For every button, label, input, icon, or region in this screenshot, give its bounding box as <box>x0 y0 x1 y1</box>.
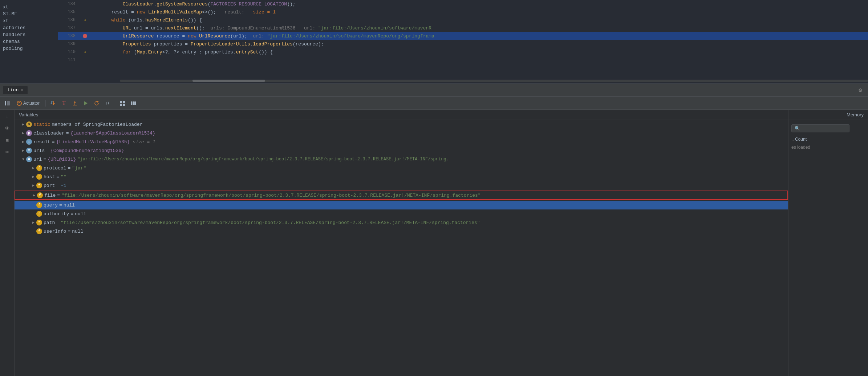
file-tree-item[interactable]: xt <box>0 4 58 11</box>
var-row-query[interactable]: f query = null <box>15 201 788 209</box>
file-tree-item[interactable]: ST.MF <box>0 11 58 17</box>
var-value: -1 <box>61 183 66 188</box>
step-out-button[interactable] <box>70 99 79 108</box>
expand-arrow[interactable]: ▶ <box>31 192 37 198</box>
expand-arrow[interactable]: ▶ <box>20 148 26 153</box>
var-row-result[interactable]: ▶ = result = {LinkedMultiValueMap@1535} … <box>15 137 788 146</box>
columns-icon <box>130 100 136 106</box>
line-number: 137 <box>61 25 76 31</box>
svg-rect-14 <box>134 101 136 105</box>
expand-arrow[interactable]: ▶ <box>31 183 36 188</box>
scrollbar-thumb[interactable] <box>192 80 265 82</box>
var-row-userinfo[interactable]: f userInfo = null <box>15 227 788 236</box>
code-content: Properties properties = PropertiesLoader… <box>89 41 865 47</box>
settings-icon[interactable]: ⚙ <box>859 87 862 94</box>
expand-arrow[interactable] <box>31 228 36 234</box>
step-into-button[interactable] <box>60 99 68 108</box>
horizontal-scrollbar[interactable] <box>120 80 868 82</box>
file-tree-item[interactable]: chemas <box>0 38 58 45</box>
var-name: classLoader <box>33 131 65 136</box>
actuator-button[interactable]: Actuator <box>14 100 42 107</box>
var-static-keyword: static <box>33 122 50 127</box>
evaluate-button[interactable]: ↓⟩ <box>103 99 112 108</box>
line-gutter: ⬦ <box>81 17 89 23</box>
variables-title: Variables <box>19 112 38 117</box>
step-into-icon <box>61 100 67 106</box>
grid-view-icon <box>119 100 125 106</box>
expand-arrow[interactable]: ▶ <box>20 139 26 145</box>
memory-search-input[interactable] <box>791 124 849 132</box>
var-row-port[interactable]: ▶ f port = -1 <box>15 181 788 190</box>
var-row-protocol[interactable]: ▶ f protocol = "jar" <box>15 164 788 172</box>
count-header: .. Count <box>788 135 868 143</box>
expand-arrow-url[interactable]: ▼ <box>20 156 26 162</box>
var-row-authority[interactable]: f authority = null <box>15 209 788 218</box>
url-icon: = <box>26 156 32 162</box>
run-to-cursor-icon <box>83 100 89 106</box>
file-tree-item[interactable]: pooling <box>0 45 58 52</box>
file-tree-item[interactable]: actories <box>0 24 58 31</box>
columns-button[interactable] <box>129 99 138 108</box>
code-line-139: 139 Properties properties = PropertiesLo… <box>58 40 868 48</box>
line-number: 141 <box>61 57 76 63</box>
query-icon: f <box>36 202 42 208</box>
toolbar-separator <box>45 100 46 107</box>
es-loaded-area: es loaded <box>788 143 868 152</box>
evaluate-icon: ↓⟩ <box>106 101 109 105</box>
debug-tab-active[interactable]: tion × <box>3 86 28 94</box>
run-to-cursor-button[interactable] <box>81 99 90 108</box>
expand-arrow[interactable] <box>31 211 36 217</box>
debug-tab-bar: tion × ⚙ <box>0 84 868 97</box>
expand-arrow[interactable]: ▶ <box>20 130 26 136</box>
var-eq: = <box>52 139 55 145</box>
count-label: Count <box>795 137 807 142</box>
code-content: UrlResource resource = new UrlResource(u… <box>89 33 865 39</box>
actuator-icon <box>17 101 22 106</box>
var-value: {CompoundEnumeration@1536} <box>50 148 124 153</box>
expand-arrow[interactable]: ▶ <box>20 121 26 127</box>
protocol-icon: f <box>36 165 42 171</box>
var-name: port <box>44 183 55 188</box>
expand-arrow[interactable]: ▶ <box>31 165 36 171</box>
expand-arrow[interactable] <box>31 202 36 208</box>
svg-rect-8 <box>120 101 122 103</box>
file-tree-item[interactable]: handlers <box>0 31 58 38</box>
port-icon: f <box>36 183 42 188</box>
reset-button[interactable] <box>92 99 101 108</box>
var-row-host[interactable]: ▶ f host = "" <box>15 172 788 181</box>
var-row-urls[interactable]: ▶ = urls = {CompoundEnumeration@1536} <box>15 146 788 155</box>
code-line-140: 140 ⬦ for (Map.Entry<?, ?> entry : prope… <box>58 48 868 56</box>
toggle-panel-button[interactable] <box>3 99 12 108</box>
close-tab-icon[interactable]: × <box>21 88 23 92</box>
line-number: 135 <box>61 9 76 15</box>
code-line-137: 137 URL url = urls.nextElement(); urls: … <box>58 24 868 32</box>
var-value: null <box>64 203 75 208</box>
svg-marker-6 <box>84 101 88 105</box>
breakpoint-icon <box>83 34 87 38</box>
var-row-static[interactable]: ▶ s static members of SpringFactoriesLoa… <box>15 120 788 129</box>
file-tree-item[interactable]: xt <box>0 17 58 24</box>
side-icon-watch[interactable]: 👁 <box>3 124 12 133</box>
grid-view-button[interactable] <box>118 99 127 108</box>
expand-arrow[interactable]: ▶ <box>31 220 36 225</box>
step-over-button[interactable] <box>49 99 57 108</box>
var-row-file[interactable]: ▶ f file = "file:/Users/zhouxin/software… <box>15 191 788 200</box>
code-content: for (Map.Entry<?, ?> entry : properties.… <box>89 49 865 55</box>
classloader-icon: p <box>26 130 32 136</box>
var-eq: = <box>68 165 70 171</box>
code-line-136: 136 ⬦ while (urls.hasMoreElements()) { <box>58 16 868 24</box>
var-value: {LinkedMultiValueMap@1535} <box>56 139 130 145</box>
side-icon-infinity[interactable]: ∞ <box>3 148 12 156</box>
var-value: "file:/Users/zhouxin/software/mavenRepo/… <box>61 193 481 198</box>
side-icon-add[interactable]: + <box>3 113 12 121</box>
urls-icon: = <box>26 148 32 153</box>
expand-arrow[interactable]: ▶ <box>31 174 36 180</box>
side-icon-frames[interactable]: ⊞ <box>3 136 12 145</box>
variables-panel[interactable]: ▶ s static members of SpringFactoriesLoa… <box>15 120 788 376</box>
var-value: null <box>72 229 83 234</box>
code-content: URL url = urls.nextElement(); urls: Comp… <box>89 25 865 31</box>
var-row-path[interactable]: ▶ f path = "file:/Users/zhouxin/software… <box>15 218 788 227</box>
var-row-classLoader[interactable]: ▶ p classLoader = {Launcher$AppClassLoad… <box>15 129 788 137</box>
var-value-url-ref: {URL@1631} <box>48 157 76 162</box>
var-row-url[interactable]: ▼ = url = {URL@1631} "jar:file:/Users/zh… <box>15 155 788 164</box>
